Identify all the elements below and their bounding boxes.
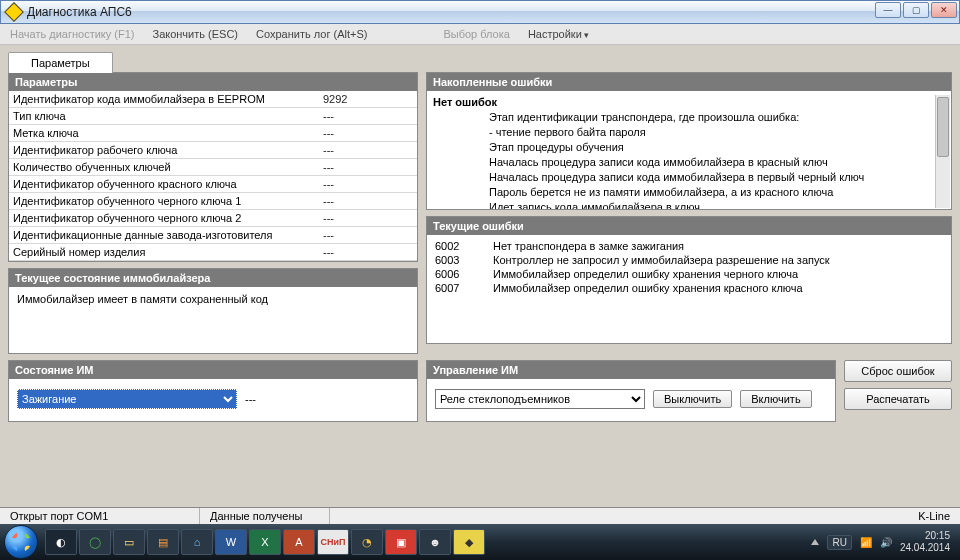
param-row: Метка ключа--- [9, 125, 417, 142]
turn-on-button[interactable]: Включить [740, 390, 811, 408]
panel-immobilizer-state: Текущее состояние иммобилайзера Иммобила… [8, 268, 418, 354]
param-key: Серийный номер изделия [13, 246, 323, 258]
im-manage-select[interactable]: Реле стеклоподъемников [435, 389, 645, 409]
minimize-button[interactable]: — [875, 2, 901, 18]
error-row: 6007Иммобилайзер определил ошибку хранен… [429, 281, 949, 295]
client-area: Параметры Идентификатор кода иммобилайзе… [0, 72, 960, 428]
accum-line: Пароль берется не из памяти иммобилайзер… [433, 185, 933, 200]
accum-line: Началась процедура записи кода иммобилай… [433, 170, 933, 185]
taskbar-icon[interactable]: ☻ [419, 529, 451, 555]
system-tray: RU 📶 🔊 20:15 24.04.2014 [811, 530, 956, 554]
parameters-list: Идентификатор кода иммобилайзера в EEPRO… [9, 91, 417, 261]
taskbar-icon[interactable]: ◆ [453, 529, 485, 555]
scrollbar[interactable] [935, 95, 950, 208]
panel-accum-errors-header: Накопленные ошибки [427, 73, 951, 91]
tray-language[interactable]: RU [827, 535, 851, 550]
panel-im-manage: Управление ИМ Реле стеклоподъемников Вык… [426, 360, 836, 422]
side-buttons: Сброс ошибок Распечатать [844, 360, 952, 410]
taskbar-icon[interactable]: ▣ [385, 529, 417, 555]
taskbar-icon[interactable]: СНиП [317, 529, 349, 555]
taskbar-icon[interactable]: ▭ [113, 529, 145, 555]
panel-im-state-header: Состояние ИМ [9, 361, 417, 379]
param-value: --- [323, 144, 413, 156]
param-key: Идентификатор обученного черного ключа 2 [13, 212, 323, 224]
param-key: Идентификатор обученного черного ключа 1 [13, 195, 323, 207]
param-key: Метка ключа [13, 127, 323, 139]
status-data: Данные получены [200, 508, 330, 524]
error-code: 6003 [435, 254, 475, 266]
param-key: Количество обученных ключей [13, 161, 323, 173]
turn-off-button[interactable]: Выключить [653, 390, 732, 408]
tab-parameters[interactable]: Параметры [8, 52, 113, 73]
taskbar-icon[interactable]: X [249, 529, 281, 555]
param-key: Идентификатор рабочего ключа [13, 144, 323, 156]
param-row: Идентификатор кода иммобилайзера в EEPRO… [9, 91, 417, 108]
maximize-button[interactable]: ▢ [903, 2, 929, 18]
param-row: Тип ключа--- [9, 108, 417, 125]
taskbar-icon[interactable]: ▤ [147, 529, 179, 555]
error-code: 6002 [435, 240, 475, 252]
control-row: Состояние ИМ Зажигание --- Управление ИМ… [8, 360, 952, 422]
error-text: Иммобилайзер определил ошибку хранения ч… [493, 268, 798, 280]
app-statusbar: Открыт порт COM1 Данные получены K-Line [0, 507, 960, 524]
panel-current-errors: Текущие ошибки 6002Нет транспондера в за… [426, 216, 952, 344]
tray-clock[interactable]: 20:15 24.04.2014 [900, 530, 950, 554]
param-value: --- [323, 127, 413, 139]
taskbar-icon[interactable]: ◔ [351, 529, 383, 555]
panel-parameters: Параметры Идентификатор кода иммобилайзе… [8, 72, 418, 262]
taskbar-icon[interactable]: A [283, 529, 315, 555]
print-button[interactable]: Распечатать [844, 388, 952, 410]
menu-block-select: Выбор блока [443, 28, 509, 40]
start-button[interactable] [4, 525, 38, 559]
taskbar-icon[interactable]: ◐ [45, 529, 77, 555]
tray-volume-icon[interactable]: 🔊 [880, 537, 892, 548]
param-value: --- [323, 178, 413, 190]
taskbar-icon[interactable]: ⌂ [181, 529, 213, 555]
param-value: --- [323, 195, 413, 207]
panel-im-manage-header: Управление ИМ [427, 361, 835, 379]
tray-expand-icon[interactable] [811, 539, 819, 545]
param-row: Серийный номер изделия--- [9, 244, 417, 261]
window-buttons: — ▢ ✕ [875, 2, 957, 18]
menu-save-log[interactable]: Сохранить лог (Alt+S) [256, 28, 367, 40]
param-value: --- [323, 229, 413, 241]
param-row: Идентификационные данные завода-изготови… [9, 227, 417, 244]
error-text: Иммобилайзер определил ошибку хранения к… [493, 282, 803, 294]
param-row: Идентификатор обученного красного ключа-… [9, 176, 417, 193]
app-icon [4, 2, 24, 22]
scrollbar-thumb[interactable] [937, 97, 949, 157]
no-errors-label: Нет ошибок [433, 95, 933, 110]
panel-cur-errors-header: Текущие ошибки [427, 217, 951, 235]
accum-errors-body: Нет ошибок Этап идентификации транспонде… [427, 91, 951, 209]
param-key: Идентификатор обученного красного ключа [13, 178, 323, 190]
param-row: Идентификатор обученного черного ключа 2… [9, 210, 417, 227]
reset-errors-button[interactable]: Сброс ошибок [844, 360, 952, 382]
panel-accumulated-errors: Накопленные ошибки Нет ошибок Этап идент… [426, 72, 952, 210]
taskbar: ◐ ◯ ▭ ▤ ⌂ W X A СНиП ◔ ▣ ☻ ◆ RU 📶 🔊 20:1… [0, 524, 960, 560]
imm-state-text: Иммобилайзер имеет в памяти сохраненный … [9, 287, 417, 311]
accum-line: Этап идентификации транспондера, где про… [433, 110, 933, 125]
taskbar-icon[interactable]: W [215, 529, 247, 555]
accum-line: Этап процедуры обучения [433, 140, 933, 155]
window-title: Диагностика АПС6 [27, 5, 132, 19]
accum-line: Идет запись кода иммобилайзера в ключ [433, 200, 933, 209]
param-value: --- [323, 110, 413, 122]
error-row: 6003Контроллер не запросил у иммобилайзе… [429, 253, 949, 267]
panel-imm-state-header: Текущее состояние иммобилайзера [9, 269, 417, 287]
param-value: --- [323, 246, 413, 258]
close-button[interactable]: ✕ [931, 2, 957, 18]
error-text: Нет транспондера в замке зажигания [493, 240, 684, 252]
im-state-select[interactable]: Зажигание [17, 389, 237, 409]
panel-im-state: Состояние ИМ Зажигание --- [8, 360, 418, 422]
tray-network-icon[interactable]: 📶 [860, 537, 872, 548]
menu-settings[interactable]: Настройки [528, 28, 589, 40]
error-code: 6007 [435, 282, 475, 294]
tray-date: 24.04.2014 [900, 542, 950, 554]
param-key: Идентификационные данные завода-изготови… [13, 229, 323, 241]
panel-parameters-header: Параметры [9, 73, 417, 91]
taskbar-icon[interactable]: ◯ [79, 529, 111, 555]
param-row: Идентификатор рабочего ключа--- [9, 142, 417, 159]
error-text: Контроллер не запросил у иммобилайзера р… [493, 254, 830, 266]
menu-finish[interactable]: Закончить (ESC) [152, 28, 238, 40]
param-value: 9292 [323, 93, 413, 105]
